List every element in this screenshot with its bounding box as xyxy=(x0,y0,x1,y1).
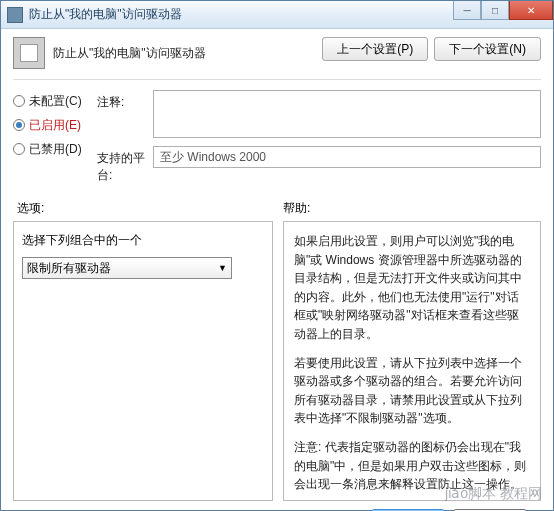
help-label: 帮助: xyxy=(283,200,541,217)
platform-row: 支持的平台: 至少 Windows 2000 xyxy=(97,146,541,184)
header-row: 防止从"我的电脑"访问驱动器 上一个设置(P) 下一个设置(N) xyxy=(13,37,541,69)
nav-buttons: 上一个设置(P) 下一个设置(N) xyxy=(322,37,541,61)
maximize-button[interactable] xyxy=(481,1,509,20)
dialog-footer: 确定 取消 xyxy=(13,501,541,511)
help-paragraph: 注意: 代表指定驱动器的图标仍会出现在"我的电脑"中，但是如果用户双击这些图标，… xyxy=(294,438,530,494)
help-paragraph: 若要使用此设置，请从下拉列表中选择一个驱动器或多个驱动器的组合。若要允许访问所有… xyxy=(294,354,530,428)
options-label: 选项: xyxy=(13,200,283,217)
policy-title: 防止从"我的电脑"访问驱动器 xyxy=(53,45,206,62)
options-instruction: 选择下列组合中的一个 xyxy=(22,232,264,249)
fields-col: 注释: 支持的平台: 至少 Windows 2000 xyxy=(97,90,541,192)
help-paragraph: 如果启用此设置，则用户可以浏览"我的电脑"或 Windows 资源管理器中所选驱… xyxy=(294,232,530,344)
section-labels: 选项: 帮助: xyxy=(13,200,541,217)
header-left: 防止从"我的电脑"访问驱动器 xyxy=(13,37,322,69)
prev-setting-button[interactable]: 上一个设置(P) xyxy=(322,37,428,61)
platform-label: 支持的平台: xyxy=(97,146,153,184)
radio-icon xyxy=(13,95,25,107)
panels: 选择下列组合中的一个 限制所有驱动器 ▼ 如果启用此设置，则用户可以浏览"我的电… xyxy=(13,221,541,501)
radio-icon xyxy=(13,119,25,131)
platform-value: 至少 Windows 2000 xyxy=(153,146,541,168)
radio-icon xyxy=(13,143,25,155)
combo-value: 限制所有驱动器 xyxy=(27,260,111,277)
form-zone: 未配置(C) 已启用(E) 已禁用(D) 注释: 支持的平台: xyxy=(13,90,541,192)
radio-not-configured[interactable]: 未配置(C) xyxy=(13,90,97,112)
close-button[interactable] xyxy=(509,1,553,20)
minimize-button[interactable] xyxy=(453,1,481,20)
radio-label: 未配置(C) xyxy=(29,93,82,110)
comment-row: 注释: xyxy=(97,90,541,138)
radio-disabled[interactable]: 已禁用(D) xyxy=(13,138,97,160)
options-panel: 选择下列组合中的一个 限制所有驱动器 ▼ xyxy=(13,221,273,501)
radio-group: 未配置(C) 已启用(E) 已禁用(D) xyxy=(13,90,97,192)
app-icon xyxy=(7,7,23,23)
radio-enabled[interactable]: 已启用(E) xyxy=(13,114,97,136)
comment-textarea[interactable] xyxy=(153,90,541,138)
radio-label: 已启用(E) xyxy=(29,117,81,134)
radio-label: 已禁用(D) xyxy=(29,141,82,158)
restriction-combo[interactable]: 限制所有驱动器 ▼ xyxy=(22,257,232,279)
divider xyxy=(13,79,541,80)
dialog-content: 防止从"我的电脑"访问驱动器 上一个设置(P) 下一个设置(N) 未配置(C) … xyxy=(1,29,553,511)
window-controls xyxy=(453,1,553,20)
policy-icon xyxy=(13,37,45,69)
dialog-window: 防止从"我的电脑"访问驱动器 防止从"我的电脑"访问驱动器 上一个设置(P) 下… xyxy=(0,0,554,511)
titlebar[interactable]: 防止从"我的电脑"访问驱动器 xyxy=(1,1,553,29)
chevron-down-icon: ▼ xyxy=(218,263,227,273)
next-setting-button[interactable]: 下一个设置(N) xyxy=(434,37,541,61)
comment-label: 注释: xyxy=(97,90,153,111)
help-panel: 如果启用此设置，则用户可以浏览"我的电脑"或 Windows 资源管理器中所选驱… xyxy=(283,221,541,501)
